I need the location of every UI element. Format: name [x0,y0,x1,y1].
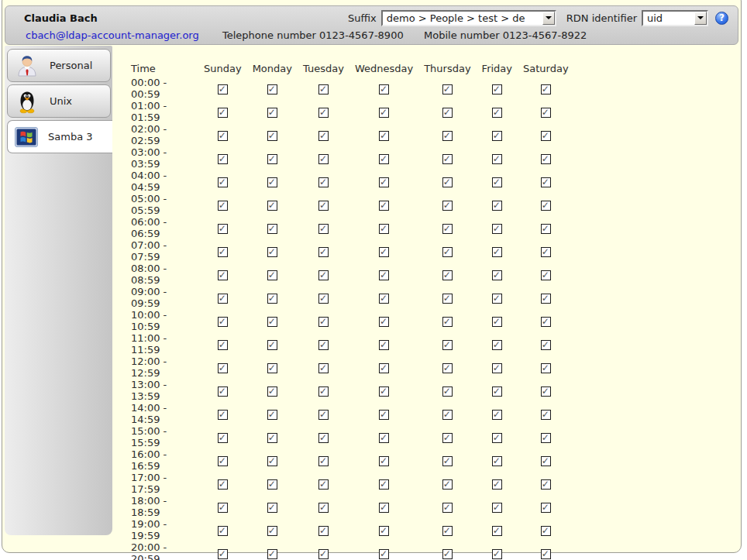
hour-checkbox-monday-20[interactable] [267,549,277,559]
hour-checkbox-wednesday-18[interactable] [379,503,389,513]
hour-checkbox-tuesday-00[interactable] [318,84,329,94]
hour-checkbox-saturday-16[interactable] [541,456,551,466]
hour-checkbox-wednesday-13[interactable] [379,387,389,397]
hour-checkbox-saturday-03[interactable] [541,154,551,164]
hour-checkbox-monday-04[interactable] [267,177,277,187]
hour-checkbox-wednesday-16[interactable] [379,456,389,466]
hour-checkbox-friday-18[interactable] [492,503,502,513]
hour-checkbox-saturday-06[interactable] [541,224,551,234]
hour-checkbox-thursday-20[interactable] [442,549,453,559]
hour-checkbox-tuesday-06[interactable] [318,224,329,234]
rdn-dropdown-button[interactable] [694,12,707,25]
hour-checkbox-tuesday-14[interactable] [318,410,329,420]
hour-checkbox-friday-00[interactable] [492,84,502,94]
hour-checkbox-wednesday-07[interactable] [379,247,389,257]
hour-checkbox-thursday-04[interactable] [442,177,453,187]
hour-checkbox-tuesday-15[interactable] [318,433,329,443]
hour-checkbox-thursday-13[interactable] [442,387,453,397]
hour-checkbox-friday-12[interactable] [492,363,502,373]
hour-checkbox-friday-06[interactable] [492,224,502,234]
hour-checkbox-saturday-05[interactable] [541,201,551,211]
hour-checkbox-friday-03[interactable] [492,154,502,164]
hour-checkbox-saturday-12[interactable] [541,363,551,373]
hour-checkbox-monday-11[interactable] [267,340,277,350]
hour-checkbox-wednesday-09[interactable] [379,294,389,304]
suffix-dropdown-button[interactable] [542,12,555,25]
hour-checkbox-wednesday-01[interactable] [379,108,389,118]
hour-checkbox-sunday-10[interactable] [218,317,228,327]
hour-checkbox-monday-06[interactable] [267,224,277,234]
hour-checkbox-monday-10[interactable] [267,317,277,327]
hour-checkbox-sunday-20[interactable] [218,549,228,559]
hour-checkbox-friday-10[interactable] [492,317,502,327]
hour-checkbox-saturday-15[interactable] [541,433,551,443]
hour-checkbox-friday-11[interactable] [492,340,502,350]
hour-checkbox-friday-16[interactable] [492,456,502,466]
hour-checkbox-sunday-13[interactable] [218,387,228,397]
tab-unix[interactable]: Unix [7,84,111,118]
hour-checkbox-friday-17[interactable] [492,479,502,490]
hour-checkbox-tuesday-07[interactable] [318,247,329,257]
hour-checkbox-friday-05[interactable] [492,201,502,211]
hour-checkbox-thursday-03[interactable] [442,154,453,164]
hour-checkbox-sunday-19[interactable] [218,526,228,536]
email-link[interactable]: cbach@ldap-account-manager.org [26,29,222,41]
hour-checkbox-tuesday-16[interactable] [318,456,329,466]
hour-checkbox-wednesday-10[interactable] [379,317,389,327]
hour-checkbox-wednesday-08[interactable] [379,270,389,280]
hour-checkbox-wednesday-05[interactable] [379,201,389,211]
hour-checkbox-friday-01[interactable] [492,108,502,118]
hour-checkbox-sunday-03[interactable] [218,154,228,164]
hour-checkbox-tuesday-12[interactable] [318,363,329,373]
hour-checkbox-sunday-06[interactable] [218,224,228,234]
hour-checkbox-thursday-06[interactable] [442,224,453,234]
hour-checkbox-tuesday-10[interactable] [318,317,329,327]
hour-checkbox-friday-04[interactable] [492,177,502,187]
hour-checkbox-saturday-13[interactable] [541,387,551,397]
hour-checkbox-saturday-18[interactable] [541,503,551,513]
hour-checkbox-friday-07[interactable] [492,247,502,257]
hour-checkbox-sunday-18[interactable] [218,503,228,513]
hour-checkbox-wednesday-04[interactable] [379,177,389,187]
hour-checkbox-wednesday-17[interactable] [379,479,389,490]
hour-checkbox-tuesday-01[interactable] [318,108,329,118]
hour-checkbox-monday-00[interactable] [267,84,277,94]
help-icon[interactable]: ? [715,12,728,25]
hour-checkbox-saturday-08[interactable] [541,270,551,280]
hour-checkbox-sunday-08[interactable] [218,270,228,280]
hour-checkbox-monday-13[interactable] [267,387,277,397]
hour-checkbox-thursday-17[interactable] [442,479,453,490]
hour-checkbox-monday-01[interactable] [267,108,277,118]
hour-checkbox-saturday-09[interactable] [541,294,551,304]
hour-checkbox-tuesday-11[interactable] [318,340,329,350]
hour-checkbox-tuesday-08[interactable] [318,270,329,280]
hour-checkbox-wednesday-14[interactable] [379,410,389,420]
hour-checkbox-sunday-09[interactable] [218,294,228,304]
hour-checkbox-sunday-15[interactable] [218,433,228,443]
hour-checkbox-saturday-04[interactable] [541,177,551,187]
hour-checkbox-sunday-04[interactable] [218,177,228,187]
hour-checkbox-wednesday-19[interactable] [379,526,389,536]
hour-checkbox-wednesday-02[interactable] [379,131,389,141]
hour-checkbox-sunday-02[interactable] [218,131,228,141]
suffix-select[interactable]: demo > People > test > de [381,10,556,26]
hour-checkbox-saturday-20[interactable] [541,549,551,559]
hour-checkbox-thursday-14[interactable] [442,410,453,420]
hour-checkbox-tuesday-19[interactable] [318,526,329,536]
hour-checkbox-thursday-02[interactable] [442,131,453,141]
hour-checkbox-friday-20[interactable] [492,549,502,559]
hour-checkbox-monday-19[interactable] [267,526,277,536]
hour-checkbox-tuesday-09[interactable] [318,294,329,304]
hour-checkbox-sunday-14[interactable] [218,410,228,420]
hour-checkbox-saturday-00[interactable] [541,84,551,94]
hour-checkbox-sunday-05[interactable] [218,201,228,211]
hour-checkbox-friday-08[interactable] [492,270,502,280]
hour-checkbox-thursday-08[interactable] [442,270,453,280]
hour-checkbox-friday-19[interactable] [492,526,502,536]
hour-checkbox-sunday-17[interactable] [218,479,228,490]
hour-checkbox-saturday-01[interactable] [541,108,551,118]
hour-checkbox-thursday-12[interactable] [442,363,453,373]
hour-checkbox-tuesday-02[interactable] [318,131,329,141]
hour-checkbox-tuesday-05[interactable] [318,201,329,211]
hour-checkbox-monday-03[interactable] [267,154,277,164]
